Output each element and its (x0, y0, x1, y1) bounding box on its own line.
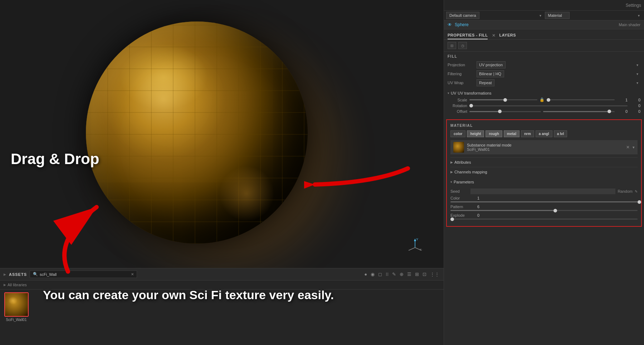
assets-expand-icon[interactable]: ▶ (4, 273, 6, 276)
fill-title: FILL (448, 54, 640, 58)
pattern-slider-track[interactable] (450, 210, 638, 211)
shader-label: Main shader (619, 23, 640, 27)
right-scroll-area[interactable]: PROPERTIES - FILL ✕ LAYERS ⊟ ◷ FILL Proj… (444, 29, 644, 345)
channels-mapping-label: Channels mapping (454, 170, 487, 174)
substance-close-icon[interactable]: ✕ (626, 145, 630, 150)
offset-value1: 0 (617, 109, 628, 114)
attributes-label: Attributes (454, 160, 471, 164)
substance-dropdown-icon[interactable]: ▾ (633, 145, 635, 150)
scale-slider-track2[interactable] (547, 99, 615, 100)
explode-param-value: 0 (470, 213, 479, 217)
projection-row: Projection UV projection Planar Triplana… (448, 61, 640, 68)
all-libraries-label[interactable]: ▶ All libraries (4, 283, 27, 287)
explode-slider-row (450, 219, 638, 220)
channel-btn-metal[interactable]: metal (504, 130, 519, 137)
asset-item-scifi-wall[interactable]: SciFi_Wall01 (3, 292, 30, 322)
assets-icon-pencil[interactable]: ✎ (391, 271, 397, 278)
assets-icon-list[interactable]: ☰ (406, 271, 412, 278)
parameters-section: ▾ Parameters Seed Random ✎ Color 1 (450, 177, 638, 222)
drag-drop-label: Drag & Drop (11, 150, 99, 168)
assets-icon-circle[interactable]: ● (364, 271, 368, 278)
uv-transformations-section: ▾ UV UV transformations Scale 🔒 1 0 (444, 91, 644, 117)
color-slider-row (450, 201, 638, 202)
xz-axis-label: X-Z (420, 248, 422, 251)
pattern-param-value: 6 (470, 205, 479, 209)
filtering-row: Filtering Bilinear | HQ Nearest Bilinear (448, 70, 640, 77)
attributes-expand-row[interactable]: ▶ Attributes (450, 159, 638, 165)
uv-transform-collapse-icon[interactable]: ▾ (448, 91, 449, 95)
scale-label: Scale (448, 98, 467, 102)
seed-label: Seed (450, 189, 468, 193)
tab-properties-fill[interactable]: PROPERTIES - FILL (448, 32, 488, 39)
filtering-label: Filtering (448, 72, 474, 76)
uv-transform-header: ▾ UV UV transformations (448, 91, 640, 95)
assets-icon-leaf[interactable]: ◉ (370, 271, 375, 278)
asset-thumbnail (4, 292, 29, 317)
channels-mapping-expand-row[interactable]: ▶ Channels mapping (450, 169, 638, 175)
object-name: Sphere (455, 22, 469, 27)
rotation-row: Rotation 0 (448, 104, 640, 108)
pattern-slider-row (450, 210, 638, 211)
channel-btn-a-lvl[interactable]: a lvl (554, 130, 567, 137)
offset-slider-track1[interactable] (469, 111, 541, 112)
substance-material-row: Substance material mode SciFi_Wall01 ✕ ▾ (450, 140, 638, 154)
projection-dropdown[interactable]: UV projection Planar Triplanar (477, 61, 506, 68)
pattern-param-label: Pattern (450, 205, 468, 209)
rotation-slider-track[interactable] (469, 105, 628, 106)
channel-btn-height[interactable]: height (467, 130, 484, 137)
channel-btn-nrm[interactable]: nrm (521, 130, 534, 137)
scale-value1: 1 (617, 98, 628, 102)
scale-lock-icon[interactable]: 🔒 (540, 97, 545, 102)
axis-indicator: Y X-Z (408, 237, 422, 252)
channels-mapping-expand-icon: ▶ (450, 170, 453, 174)
svg-line-5 (409, 248, 415, 250)
camera-dropdown-wrapper: Default camera Camera 1 Top (446, 12, 543, 19)
shader-dropdown[interactable]: Material Wireframe Albedo (545, 12, 570, 19)
tab-layers[interactable]: LAYERS (499, 32, 516, 39)
channel-btn-rough[interactable]: rough (486, 130, 502, 137)
tab-icon-circle[interactable]: ◷ (458, 42, 467, 49)
assets-icon-expand[interactable]: ⊡ (422, 271, 427, 278)
pattern-param-row: Pattern 6 (450, 205, 638, 209)
arrow1-icon (47, 196, 125, 275)
seed-edit-icon[interactable]: ✎ (635, 190, 638, 193)
filtering-dropdown[interactable]: Bilinear | HQ Nearest Bilinear (477, 70, 504, 77)
parameters-header: ▾ Parameters (450, 178, 638, 186)
seed-bar (470, 188, 615, 194)
shader-dropdown-wrapper: Material Wireframe Albedo (545, 12, 642, 19)
assets-icon-globe[interactable]: ⊕ (399, 271, 404, 278)
explode-slider-track[interactable] (450, 219, 638, 220)
uvwrap-label: UV Wrap (448, 81, 474, 85)
channel-btn-color[interactable]: color (450, 130, 465, 137)
substance-info: Substance material mode SciFi_Wall01 (467, 143, 623, 152)
channel-buttons: color height rough metal nrm a angl a lv… (450, 130, 638, 137)
right-panel: Settings Default camera Camera 1 Top Mat… (444, 0, 644, 345)
right-top-bar: Settings (444, 0, 644, 11)
visibility-icon[interactable]: 👁 (448, 22, 452, 27)
assets-icon-grid[interactable]: ⊞ (414, 271, 420, 278)
color-slider-track[interactable] (450, 201, 638, 202)
color-param-row: Color 1 (450, 196, 638, 200)
main-viewport: Drag & Drop You can create your own Sci … (0, 0, 444, 345)
fill-section: FILL Projection UV projection Planar Tri… (444, 52, 644, 91)
asset-name-label: SciFi_Wall01 (6, 318, 27, 322)
substance-thumbnail (453, 142, 464, 153)
offset-slider-track2[interactable] (543, 111, 615, 112)
uvwrap-dropdown[interactable]: Repeat Clamp Mirror (477, 79, 494, 86)
material-panel: MATERIAL color height rough metal nrm a … (446, 119, 642, 227)
clear-search-icon[interactable]: ✕ (131, 272, 134, 276)
search-icon: 🔍 (33, 272, 38, 277)
parameters-collapse-icon[interactable]: ▾ (450, 180, 452, 184)
scale-value2: 0 (630, 98, 640, 102)
arrow2-icon (304, 161, 411, 208)
tab-icon-grid[interactable]: ⊟ (448, 42, 456, 49)
scale-slider-track1[interactable] (469, 99, 537, 100)
assets-icon-apps[interactable]: ⋮⋮ (429, 271, 440, 278)
color-param-value: 1 (470, 196, 479, 200)
assets-icon-square[interactable]: ◻ (377, 271, 383, 278)
properties-tabs: PROPERTIES - FILL ✕ LAYERS (444, 29, 644, 40)
assets-icon-dots[interactable]: ⁞⁞ (385, 271, 389, 278)
channel-btn-a-angl[interactable]: a angl (536, 130, 552, 137)
camera-dropdown[interactable]: Default camera Camera 1 Top (446, 12, 479, 19)
tab-close-icon[interactable]: ✕ (492, 33, 496, 38)
